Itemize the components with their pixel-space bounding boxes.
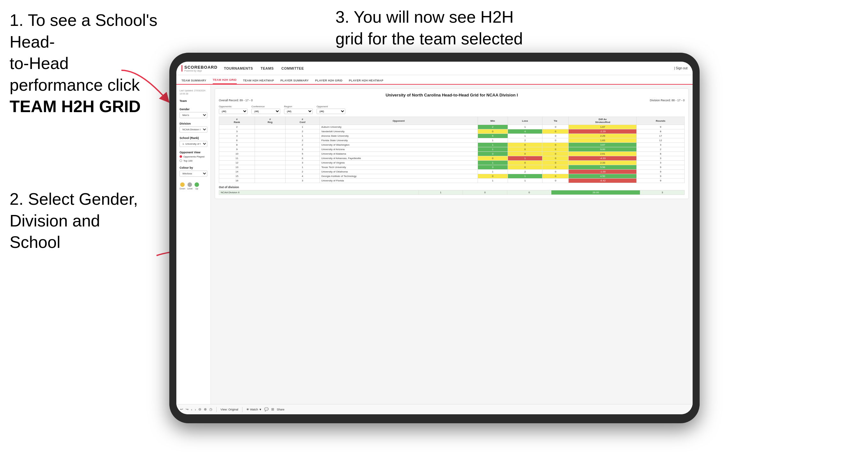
nav-committee[interactable]: COMMITTEE — [281, 66, 304, 70]
cell-reg — [255, 125, 286, 129]
cell-diff: 2.29 — [569, 134, 637, 138]
nav-teams[interactable]: TEAMS — [261, 66, 274, 70]
out-of-division-label: Out of division — [219, 186, 685, 189]
cell-tie: 0 — [542, 134, 569, 138]
tablet-screen: SCOREBOARD Powered by clippi TOURNAMENTS… — [176, 62, 692, 414]
cell-conf: 1 — [285, 134, 319, 138]
out-div-diff: 26.00 — [551, 190, 640, 195]
cell-win: 3 — [477, 152, 508, 156]
gender-select[interactable]: Men's — [180, 112, 207, 118]
radio-opponents-played[interactable]: Opponents Played — [180, 155, 207, 158]
cell-rounds: 8 — [637, 129, 685, 134]
conference-filter-select[interactable]: (All) — [251, 108, 280, 114]
share-button[interactable]: Share — [277, 408, 284, 411]
cell-opponent: Vanderbilt University — [319, 129, 477, 134]
cell-win: 1 — [477, 161, 508, 165]
grid-container: University of North Carolina Head-to-Hea… — [215, 89, 689, 199]
out-div-name: NCAA Division II — [219, 190, 419, 195]
back-button[interactable]: ‹ — [191, 408, 192, 411]
opponents-filter-select[interactable]: (All) — [219, 108, 248, 114]
radio-dot-top100 — [180, 159, 182, 162]
legend-down-circle — [180, 182, 185, 187]
logo-bar — [182, 65, 182, 71]
school-select[interactable]: 1. University of Nort... — [180, 141, 207, 147]
conference-label: Conference — [251, 105, 280, 108]
watch-button[interactable]: 👁 Watch ▼ — [246, 408, 262, 411]
cell-opponent: Texas Tech University — [319, 165, 477, 169]
table-row: 13 1 Texas Tech University 3 0 0 5.56 9 — [219, 165, 685, 169]
cell-rounds: 17 — [637, 134, 685, 138]
cell-reg — [255, 165, 286, 169]
filter-opponents: Opponents: (All) — [219, 105, 248, 114]
cell-opponent: University of Arizona — [319, 147, 477, 152]
undo-button[interactable]: ↩ — [180, 407, 183, 411]
cell-win: 2 — [477, 125, 508, 129]
forward-button[interactable]: › — [195, 408, 196, 411]
cell-conf: 5 — [285, 152, 319, 156]
cell-rank: 6 — [219, 138, 255, 143]
sub-nav-player-h2h-heatmap[interactable]: PLAYER H2H HEATMAP — [349, 79, 383, 84]
cell-reg — [255, 138, 286, 143]
cell-rounds: 9 — [637, 169, 685, 174]
timestamp-time: 16:55:38 — [180, 92, 207, 95]
cell-rounds: 3 — [637, 143, 685, 147]
cell-rounds: 3 — [637, 156, 685, 161]
logo-sub: Powered by clippi — [184, 70, 218, 72]
cell-win: 1 — [477, 147, 508, 152]
cell-reg — [255, 161, 286, 165]
cell-diff: 4.50 — [569, 174, 637, 179]
cell-win: 0 — [477, 156, 508, 161]
cell-reg — [255, 134, 286, 138]
cell-win: 1 — [477, 138, 508, 143]
cell-reg — [255, 169, 286, 174]
radio-top100[interactable]: Top 100 — [180, 159, 207, 162]
toolbar-divider-2 — [242, 407, 243, 412]
main-content: Last Updated: 27/03/2024 16:55:38 Team G… — [176, 85, 692, 404]
cell-conf: 2 — [285, 143, 319, 147]
redo-button[interactable]: ↪ — [186, 407, 188, 411]
region-filter-select[interactable]: (All) — [284, 108, 313, 114]
division-select[interactable]: NCAA Division I — [180, 126, 207, 132]
team-section: Team — [180, 99, 207, 104]
cell-rank: 3 — [219, 129, 255, 134]
grid-button[interactable]: ⊞ — [271, 407, 274, 411]
zoom-in-button[interactable]: ⊕ — [204, 407, 207, 411]
nav-tournaments[interactable]: TOURNAMENTS — [224, 66, 253, 70]
cell-conf: 2 — [285, 129, 319, 134]
cell-reg — [255, 129, 286, 134]
division-record: Division Record: 88 - 17 - 0 — [650, 99, 685, 102]
col-reg: #Reg — [255, 117, 286, 125]
cell-tie: 0 — [542, 138, 569, 143]
opponent-filter-select[interactable]: (All) — [317, 108, 345, 114]
table-row: 6 2 Florida State University 1 2 0 1.83 … — [219, 138, 685, 143]
sub-nav-player-h2h-grid[interactable]: PLAYER H2H GRID — [315, 79, 342, 84]
sub-nav-team-h2h-heatmap[interactable]: TEAM H2H HEATMAP — [243, 79, 274, 84]
cell-loss: 1 — [508, 156, 542, 161]
cell-opponent: University of Virginia — [319, 161, 477, 165]
sub-nav-team-h2h-grid[interactable]: TEAM H2H GRID — [213, 78, 237, 84]
filter-opponent: Opponent (All) — [317, 105, 345, 114]
legend-down: Down — [180, 182, 185, 190]
filter-region: Region (All) — [284, 105, 313, 114]
cell-conf: 3 — [285, 179, 319, 183]
opponent-view-radios: Opponents Played Top 100 — [180, 155, 207, 162]
legend-level-circle — [188, 182, 192, 187]
out-div-loss: 0 — [463, 190, 507, 195]
cell-conf: 3 — [285, 161, 319, 165]
comment-button[interactable]: 💬 — [264, 407, 269, 411]
sub-nav-player-summary[interactable]: PLAYER SUMMARY — [280, 79, 309, 84]
table-row: 16 3 University of Florida 1 1 0 -6.42 9 — [219, 179, 685, 183]
logo-text: SCOREBOARD — [184, 65, 218, 70]
opponent-view-section: Opponent View Opponents Played Top 100 — [180, 151, 207, 162]
cell-conf: 3 — [285, 147, 319, 152]
tablet-device: SCOREBOARD Powered by clippi TOURNAMENTS… — [169, 53, 700, 423]
left-panel: Last Updated: 27/03/2024 16:55:38 Team G… — [176, 85, 211, 404]
colour-by-select[interactable]: Win/loss — [180, 170, 207, 177]
sub-nav-team-summary[interactable]: TEAM SUMMARY — [182, 79, 206, 84]
cell-rounds: 9 — [637, 165, 685, 169]
colour-by-label: Colour by — [180, 166, 207, 169]
zoom-out-button[interactable]: ⊖ — [198, 407, 201, 411]
cell-rounds: 9 — [637, 174, 685, 179]
sign-out-button[interactable]: | Sign out — [674, 66, 687, 70]
clock-button[interactable]: ◷ — [209, 407, 212, 411]
